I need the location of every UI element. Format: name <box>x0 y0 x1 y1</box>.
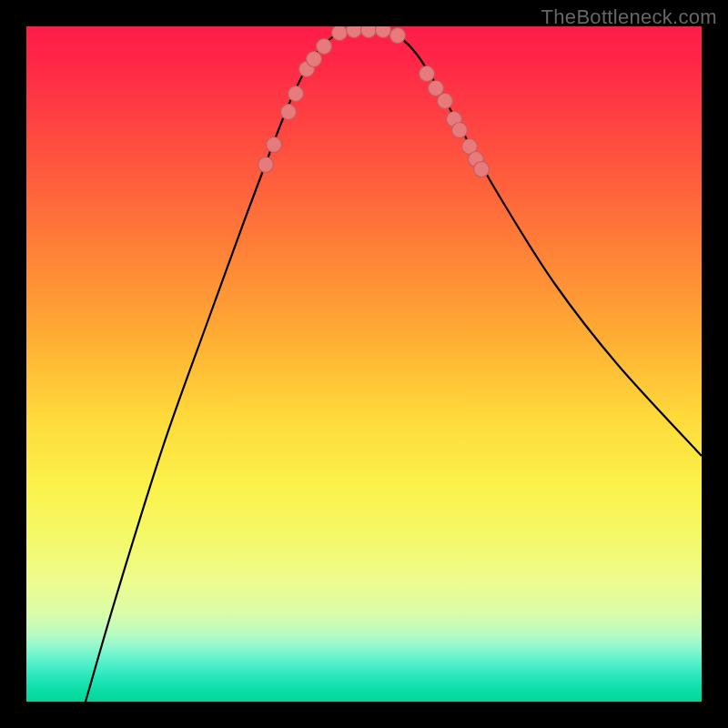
bottleneck-curve <box>86 30 702 702</box>
curve-marker <box>281 105 297 120</box>
marker-group <box>258 26 490 177</box>
curve-marker <box>317 39 332 55</box>
curve-marker <box>267 137 282 153</box>
curve-marker <box>438 94 453 109</box>
curve-marker <box>332 26 348 41</box>
chart-svg <box>26 26 702 702</box>
curve-marker <box>361 26 377 38</box>
curve-marker <box>420 66 435 82</box>
curve-marker <box>474 162 490 177</box>
bottleneck-chart: TheBottleneck.com <box>0 0 728 728</box>
curve-marker <box>390 28 406 44</box>
plot-area <box>26 26 702 702</box>
curve-marker <box>288 86 304 102</box>
curve-marker <box>376 26 391 38</box>
curve-marker <box>307 52 322 67</box>
curve-marker <box>452 123 468 138</box>
curve-marker <box>258 157 274 173</box>
curve-marker <box>347 26 362 38</box>
